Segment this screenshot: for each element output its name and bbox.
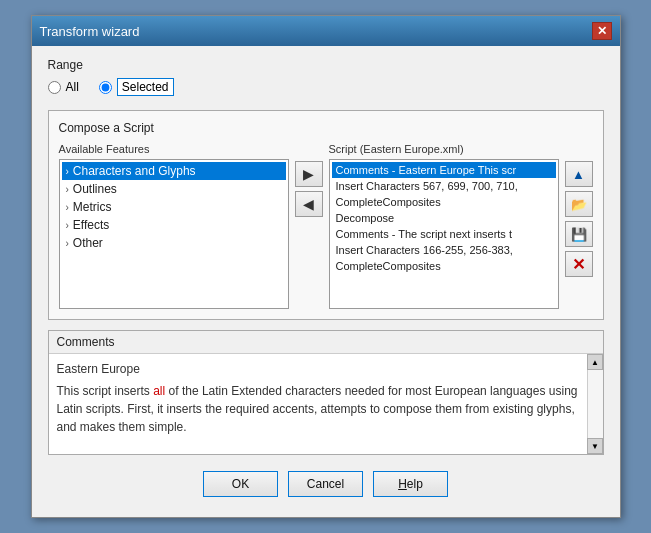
feature-item[interactable]: ›Effects [62, 216, 286, 234]
right-buttons: ▲ 📂 💾 ✕ [565, 143, 593, 277]
range-all-radio[interactable] [48, 81, 61, 94]
comments-paragraph: This script inserts all of the Latin Ext… [57, 382, 579, 436]
comments-scrollbar: ▲ ▼ [587, 354, 603, 454]
script-item[interactable]: Insert Characters 166-255, 256-383, [332, 242, 556, 258]
comments-body: Eastern Europe This script inserts all o… [49, 354, 603, 454]
feature-arrow: › [66, 220, 69, 231]
help-label-rest: elp [407, 477, 423, 491]
script-item[interactable]: Comments - Eastern Europe This scr [332, 162, 556, 178]
compose-section: Compose a Script Available Features ›Cha… [48, 110, 604, 320]
features-panel: Available Features ›Characters and Glyph… [59, 143, 289, 309]
range-all-option[interactable]: All [48, 80, 79, 94]
ok-button[interactable]: OK [203, 471, 278, 497]
move-up-button[interactable]: ▲ [565, 161, 593, 187]
script-item[interactable]: Comments - The script next inserts t [332, 226, 556, 242]
script-panel: Script (Eastern Europe.xml) Comments - E… [329, 143, 559, 309]
features-list[interactable]: ›Characters and Glyphs›Outlines›Metrics›… [59, 159, 289, 309]
dialog-title: Transform wizard [40, 24, 140, 39]
middle-buttons: ▶ ◀ [295, 143, 323, 217]
feature-item[interactable]: ›Outlines [62, 180, 286, 198]
help-button[interactable]: Help [373, 471, 448, 497]
range-row: All Selected [48, 78, 604, 96]
range-label: Range [48, 58, 604, 72]
feature-arrow: › [66, 184, 69, 195]
highlight-all: all [153, 384, 165, 398]
scroll-up-button[interactable]: ▲ [587, 354, 603, 370]
script-item[interactable]: Decompose [332, 210, 556, 226]
delete-button[interactable]: ✕ [565, 251, 593, 277]
compose-inner: Available Features ›Characters and Glyph… [59, 143, 593, 309]
comments-heading: Eastern Europe [57, 360, 579, 378]
feature-item[interactable]: ›Other [62, 234, 286, 252]
close-button[interactable]: ✕ [592, 22, 612, 40]
remove-feature-button[interactable]: ◀ [295, 191, 323, 217]
feature-arrow: › [66, 238, 69, 249]
range-all-label: All [66, 80, 79, 94]
range-selected-option[interactable]: Selected [99, 78, 174, 96]
script-item[interactable]: CompleteComposites [332, 258, 556, 274]
feature-arrow: › [66, 202, 69, 213]
cancel-button[interactable]: Cancel [288, 471, 363, 497]
footer-buttons: OK Cancel Help [48, 467, 604, 505]
features-label: Available Features [59, 143, 289, 155]
script-item[interactable]: Insert Characters 567, 699, 700, 710, [332, 178, 556, 194]
compose-title: Compose a Script [59, 121, 593, 135]
open-folder-button[interactable]: 📂 [565, 191, 593, 217]
range-selected-label: Selected [117, 78, 174, 96]
comments-section: Comments Eastern Europe This script inse… [48, 330, 604, 455]
help-label-underline: H [398, 477, 407, 491]
save-button[interactable]: 💾 [565, 221, 593, 247]
script-list[interactable]: Comments - Eastern Europe This scrInsert… [329, 159, 559, 309]
range-selected-radio[interactable] [99, 81, 112, 94]
feature-item[interactable]: ›Characters and Glyphs [62, 162, 286, 180]
add-feature-button[interactable]: ▶ [295, 161, 323, 187]
script-item[interactable]: CompleteComposites [332, 194, 556, 210]
scroll-track [588, 370, 603, 438]
comments-text: Eastern Europe This script inserts all o… [49, 354, 587, 454]
comments-title: Comments [49, 331, 603, 354]
transform-wizard-dialog: Transform wizard ✕ Range All Selected Co… [31, 15, 621, 518]
dialog-body: Range All Selected Compose a Script Avai… [32, 46, 620, 517]
script-label: Script (Eastern Europe.xml) [329, 143, 559, 155]
feature-item[interactable]: ›Metrics [62, 198, 286, 216]
feature-arrow: › [66, 166, 69, 177]
title-bar: Transform wizard ✕ [32, 16, 620, 46]
scroll-down-button[interactable]: ▼ [587, 438, 603, 454]
